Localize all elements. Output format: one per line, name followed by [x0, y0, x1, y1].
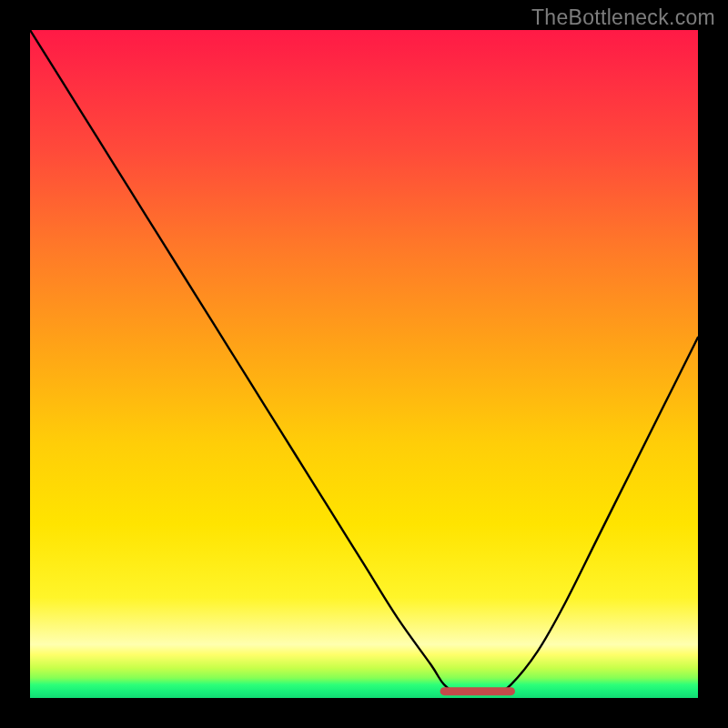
curve-layer [30, 30, 698, 698]
bottleneck-curve-path [30, 30, 698, 692]
chart-outer-frame: TheBottleneck.com [0, 0, 728, 728]
watermark-text: TheBottleneck.com [531, 5, 715, 30]
plot-area [30, 30, 698, 698]
